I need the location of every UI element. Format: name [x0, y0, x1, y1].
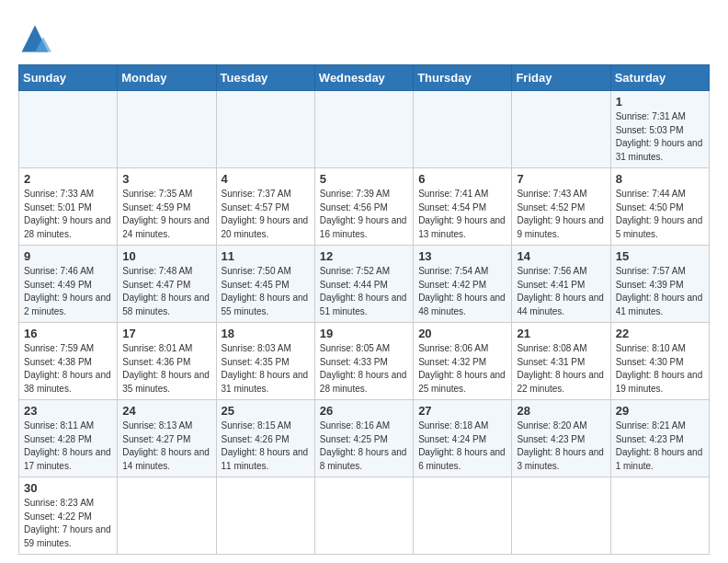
day-info: Sunrise: 7:57 AM Sunset: 4:39 PM Dayligh… [616, 265, 704, 318]
day-info: Sunrise: 7:52 AM Sunset: 4:44 PM Dayligh… [320, 265, 408, 318]
day-info: Sunrise: 7:37 AM Sunset: 4:57 PM Dayligh… [222, 188, 310, 241]
calendar-day-cell [512, 91, 610, 168]
day-number: 26 [320, 404, 408, 418]
calendar-day-cell: 15Sunrise: 7:57 AM Sunset: 4:39 PM Dayli… [610, 246, 709, 323]
calendar-day-cell: 16Sunrise: 7:59 AM Sunset: 4:38 PM Dayli… [19, 323, 118, 400]
day-info: Sunrise: 8:10 AM Sunset: 4:30 PM Dayligh… [616, 342, 704, 396]
day-info: Sunrise: 7:33 AM Sunset: 5:01 PM Dayligh… [24, 188, 112, 241]
day-number: 2 [24, 172, 112, 186]
weekday-header-saturday: Saturday [610, 65, 709, 91]
day-info: Sunrise: 7:48 AM Sunset: 4:47 PM Dayligh… [122, 265, 210, 318]
day-number: 16 [24, 327, 112, 340]
calendar-day-cell: 10Sunrise: 7:48 AM Sunset: 4:47 PM Dayli… [118, 246, 216, 323]
calendar-day-cell: 9Sunrise: 7:46 AM Sunset: 4:49 PM Daylig… [19, 246, 118, 323]
day-info: Sunrise: 8:01 AM Sunset: 4:36 PM Dayligh… [122, 342, 210, 396]
day-number: 30 [24, 481, 112, 495]
day-info: Sunrise: 7:31 AM Sunset: 5:03 PM Dayligh… [616, 110, 704, 164]
calendar-day-cell: 26Sunrise: 8:16 AM Sunset: 4:25 PM Dayli… [314, 400, 413, 477]
day-number: 23 [24, 404, 112, 418]
calendar-week-row: 9Sunrise: 7:46 AM Sunset: 4:49 PM Daylig… [19, 246, 710, 323]
day-number: 15 [616, 249, 704, 263]
calendar-day-cell: 7Sunrise: 7:43 AM Sunset: 4:52 PM Daylig… [512, 168, 610, 246]
day-number: 27 [418, 404, 506, 418]
day-info: Sunrise: 8:11 AM Sunset: 4:28 PM Dayligh… [24, 419, 112, 473]
calendar-day-cell [610, 477, 709, 555]
day-number: 21 [517, 327, 605, 340]
day-info: Sunrise: 7:54 AM Sunset: 4:42 PM Dayligh… [418, 265, 506, 318]
calendar-day-cell: 21Sunrise: 8:08 AM Sunset: 4:31 PM Dayli… [512, 323, 610, 400]
calendar-day-cell: 13Sunrise: 7:54 AM Sunset: 4:42 PM Dayli… [414, 246, 512, 323]
calendar-week-row: 23Sunrise: 8:11 AM Sunset: 4:28 PM Dayli… [19, 400, 710, 477]
calendar-week-row: 16Sunrise: 7:59 AM Sunset: 4:38 PM Dayli… [19, 323, 710, 400]
calendar-week-row: 30Sunrise: 8:23 AM Sunset: 4:22 PM Dayli… [19, 477, 710, 555]
day-number: 1 [616, 95, 704, 109]
day-info: Sunrise: 8:05 AM Sunset: 4:33 PM Dayligh… [320, 342, 408, 396]
day-number: 14 [517, 249, 605, 263]
page: SundayMondayTuesdayWednesdayThursdayFrid… [0, 0, 728, 563]
calendar-day-cell: 22Sunrise: 8:10 AM Sunset: 4:30 PM Dayli… [610, 323, 709, 400]
day-info: Sunrise: 7:56 AM Sunset: 4:41 PM Dayligh… [517, 265, 605, 318]
day-number: 5 [320, 172, 408, 186]
calendar-day-cell: 23Sunrise: 8:11 AM Sunset: 4:28 PM Dayli… [19, 400, 118, 477]
day-info: Sunrise: 7:44 AM Sunset: 4:50 PM Dayligh… [616, 188, 704, 241]
day-number: 10 [122, 249, 210, 263]
calendar-day-cell: 18Sunrise: 8:03 AM Sunset: 4:35 PM Dayli… [216, 323, 314, 400]
day-number: 28 [517, 404, 605, 418]
day-number: 29 [616, 404, 704, 418]
day-number: 24 [122, 404, 210, 418]
logo [18, 22, 57, 55]
day-info: Sunrise: 7:39 AM Sunset: 4:56 PM Dayligh… [320, 188, 408, 241]
calendar-day-cell: 6Sunrise: 7:41 AM Sunset: 4:54 PM Daylig… [414, 168, 512, 246]
day-info: Sunrise: 8:21 AM Sunset: 4:23 PM Dayligh… [616, 419, 704, 473]
day-number: 19 [320, 327, 408, 340]
weekday-header-thursday: Thursday [414, 65, 512, 91]
calendar-day-cell: 2Sunrise: 7:33 AM Sunset: 5:01 PM Daylig… [19, 168, 118, 246]
day-info: Sunrise: 8:15 AM Sunset: 4:26 PM Dayligh… [222, 419, 310, 473]
day-number: 11 [222, 249, 310, 263]
day-number: 12 [320, 249, 408, 263]
day-info: Sunrise: 8:16 AM Sunset: 4:25 PM Dayligh… [320, 419, 408, 473]
day-info: Sunrise: 8:20 AM Sunset: 4:23 PM Dayligh… [517, 419, 605, 473]
calendar-day-cell: 4Sunrise: 7:37 AM Sunset: 4:57 PM Daylig… [216, 168, 314, 246]
day-info: Sunrise: 7:50 AM Sunset: 4:45 PM Dayligh… [222, 265, 310, 318]
day-number: 22 [616, 327, 704, 340]
calendar-day-cell: 11Sunrise: 7:50 AM Sunset: 4:45 PM Dayli… [216, 246, 314, 323]
calendar-day-cell: 29Sunrise: 8:21 AM Sunset: 4:23 PM Dayli… [610, 400, 709, 477]
calendar-day-cell: 17Sunrise: 8:01 AM Sunset: 4:36 PM Dayli… [118, 323, 216, 400]
calendar-table: SundayMondayTuesdayWednesdayThursdayFrid… [18, 64, 710, 555]
calendar-day-cell: 8Sunrise: 7:44 AM Sunset: 4:50 PM Daylig… [610, 168, 709, 246]
day-number: 18 [222, 327, 310, 340]
calendar-day-cell: 5Sunrise: 7:39 AM Sunset: 4:56 PM Daylig… [314, 168, 413, 246]
day-info: Sunrise: 8:03 AM Sunset: 4:35 PM Dayligh… [222, 342, 310, 396]
calendar-day-cell [414, 477, 512, 555]
calendar-day-cell: 25Sunrise: 8:15 AM Sunset: 4:26 PM Dayli… [216, 400, 314, 477]
day-number: 8 [616, 172, 704, 186]
day-number: 9 [24, 249, 112, 263]
day-info: Sunrise: 8:18 AM Sunset: 4:24 PM Dayligh… [418, 419, 506, 473]
day-number: 17 [122, 327, 210, 340]
calendar-day-cell: 28Sunrise: 8:20 AM Sunset: 4:23 PM Dayli… [512, 400, 610, 477]
calendar-day-cell: 14Sunrise: 7:56 AM Sunset: 4:41 PM Dayli… [512, 246, 610, 323]
calendar-day-cell: 1Sunrise: 7:31 AM Sunset: 5:03 PM Daylig… [610, 91, 709, 168]
calendar-day-cell: 20Sunrise: 8:06 AM Sunset: 4:32 PM Dayli… [414, 323, 512, 400]
weekday-header-sunday: Sunday [19, 65, 118, 91]
weekday-header-row: SundayMondayTuesdayWednesdayThursdayFrid… [19, 65, 710, 91]
day-number: 7 [517, 172, 605, 186]
weekday-header-tuesday: Tuesday [216, 65, 314, 91]
day-info: Sunrise: 8:13 AM Sunset: 4:27 PM Dayligh… [122, 419, 210, 473]
day-info: Sunrise: 7:35 AM Sunset: 4:59 PM Dayligh… [122, 188, 210, 241]
calendar-day-cell [414, 91, 512, 168]
header [18, 18, 710, 55]
day-info: Sunrise: 7:46 AM Sunset: 4:49 PM Dayligh… [24, 265, 112, 318]
day-number: 4 [222, 172, 310, 186]
calendar-day-cell [314, 91, 413, 168]
calendar-week-row: 2Sunrise: 7:33 AM Sunset: 5:01 PM Daylig… [19, 168, 710, 246]
day-info: Sunrise: 8:23 AM Sunset: 4:22 PM Dayligh… [24, 497, 112, 550]
weekday-header-monday: Monday [118, 65, 216, 91]
calendar-day-cell: 12Sunrise: 7:52 AM Sunset: 4:44 PM Dayli… [314, 246, 413, 323]
calendar-day-cell [118, 91, 216, 168]
day-info: Sunrise: 7:43 AM Sunset: 4:52 PM Dayligh… [517, 188, 605, 241]
day-info: Sunrise: 7:59 AM Sunset: 4:38 PM Dayligh… [24, 342, 112, 396]
weekday-header-wednesday: Wednesday [314, 65, 413, 91]
day-info: Sunrise: 8:08 AM Sunset: 4:31 PM Dayligh… [517, 342, 605, 396]
